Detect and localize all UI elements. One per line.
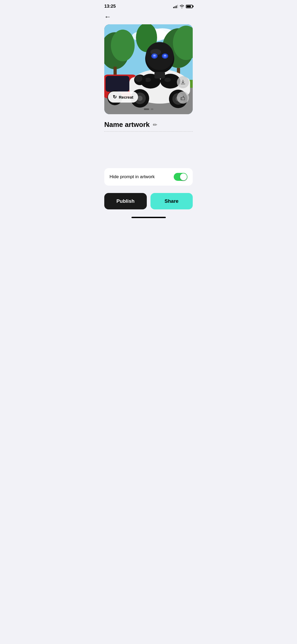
dot-1 [144, 108, 149, 110]
name-title-row: Name artwork ✏ [104, 121, 193, 129]
svg-point-24 [135, 75, 142, 82]
status-bar: 13:25 [99, 0, 198, 11]
svg-point-5 [111, 30, 135, 61]
publish-button[interactable]: Publish [104, 193, 147, 209]
artwork-name-input-area[interactable] [99, 134, 198, 165]
svg-point-27 [137, 96, 143, 101]
name-divider [104, 131, 193, 132]
hide-prompt-section: Hide prompt in artwork [104, 168, 193, 186]
battery-icon [186, 5, 193, 8]
svg-point-42 [150, 49, 161, 55]
svg-point-41 [164, 55, 166, 56]
svg-point-35 [146, 42, 174, 70]
thumbsup-icon [180, 95, 186, 100]
back-button[interactable]: ← [99, 11, 198, 24]
svg-rect-9 [114, 67, 117, 75]
download-icon [180, 79, 186, 85]
home-bar [131, 217, 166, 218]
page-dots [144, 108, 153, 110]
hide-prompt-toggle[interactable] [174, 173, 187, 181]
name-section: Name artwork ✏ [99, 114, 198, 134]
back-arrow-icon[interactable]: ← [104, 13, 111, 21]
dot-2 [151, 108, 153, 110]
download-button[interactable] [177, 76, 189, 88]
hide-prompt-label: Hide prompt in artwork [110, 174, 155, 180]
recreate-icon: ↻ [113, 94, 117, 100]
recreate-button[interactable]: ↻ Recreat [108, 91, 138, 103]
svg-rect-43 [154, 72, 165, 79]
status-time: 13:25 [104, 4, 116, 9]
svg-point-22 [164, 78, 171, 82]
action-buttons [177, 76, 189, 104]
share-button[interactable]: Share [150, 193, 193, 209]
like-button[interactable] [177, 91, 189, 104]
status-icons [173, 4, 193, 8]
signal-icon [173, 4, 178, 8]
home-indicator [99, 215, 198, 221]
wifi-icon [180, 4, 184, 8]
recreate-label: Recreat [119, 95, 133, 99]
toggle-knob [180, 173, 187, 180]
bottom-buttons: Publish Share [99, 191, 198, 215]
svg-rect-16 [106, 76, 129, 92]
artwork-image-card: ↻ Recreat [104, 24, 193, 114]
edit-icon[interactable]: ✏ [153, 122, 157, 128]
name-artwork-title: Name artwork [104, 121, 150, 129]
